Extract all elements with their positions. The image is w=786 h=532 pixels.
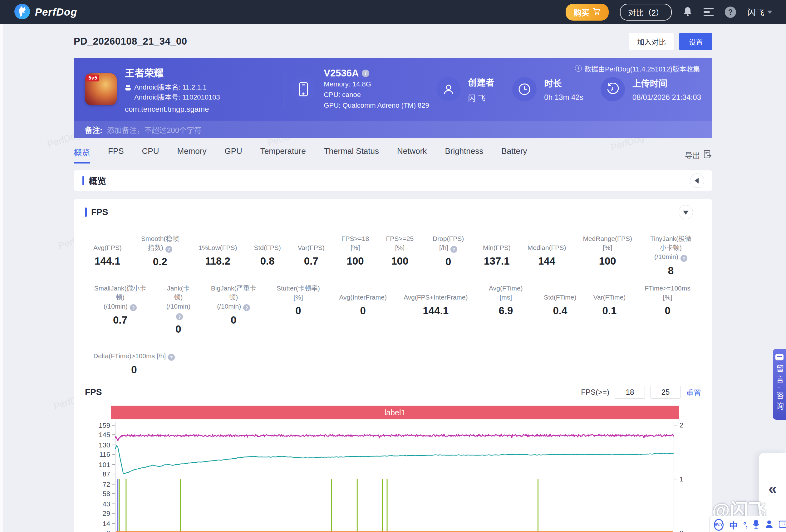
stat-label: Var(FPS) [298, 234, 325, 252]
device-cpu: CPU: canoe [324, 90, 429, 100]
microphone-icon[interactable] [753, 519, 760, 530]
stat-label: Std(FTime) [544, 284, 576, 302]
tab-Temperature[interactable]: Temperature [260, 146, 306, 164]
svg-text:159: 159 [99, 421, 110, 429]
stat-value: 0.7 [113, 314, 128, 326]
stat-label: Var(FTime) [593, 284, 626, 302]
keyboard-icon[interactable] [779, 521, 786, 529]
duration-info: 时长 0h 13m 42s [512, 77, 600, 102]
stat-label: Avg(FPS+InterFrame) [403, 284, 468, 302]
help-icon[interactable]: ? [176, 313, 183, 320]
svg-text:116: 116 [99, 451, 110, 458]
fps-stats-row-1: Avg(FPS)144.1Smooth(稳帧指数)?0.21%Low(FPS)1… [85, 234, 701, 277]
help-icon[interactable]: ? [168, 354, 175, 361]
stat-label: BigJank(严重卡顿)(/10min)? [210, 284, 257, 311]
stat-FPS>=25 [%]: FPS>=25 [%]100 [377, 234, 422, 277]
chart-label-banner[interactable]: label1 [111, 406, 679, 419]
duration-value: 0h 13m 42s [544, 93, 583, 102]
menu-icon[interactable] [703, 8, 714, 16]
android-version-name: Android版本名: 11.2.1.1 [134, 82, 220, 92]
help-icon[interactable]: ? [450, 246, 457, 253]
stat-value: 0.1 [602, 305, 617, 317]
device-memory: Memory: 14.8G [324, 79, 429, 90]
tab-FPS[interactable]: FPS [108, 146, 124, 164]
svg-text:0: 0 [107, 529, 110, 532]
stat-SmallJank(微小卡顿): SmallJank(微小卡顿)(/10min)?0.7 [85, 284, 156, 335]
bell-icon[interactable] [683, 6, 692, 18]
stat-value: 144.1 [95, 255, 120, 267]
stat-label: Smooth(稳帧指数)? [139, 234, 182, 253]
stat-label: FPS>=25 [%] [386, 234, 414, 252]
svg-text:0: 0 [679, 529, 683, 532]
export-button[interactable]: 导出 [685, 149, 712, 161]
buy-button[interactable]: 购买 [565, 4, 609, 21]
overview-title: 概览 [89, 174, 106, 187]
fps-threshold-input-1[interactable] [615, 386, 645, 399]
stat-Std(FPS): Std(FPS)0.8 [245, 234, 289, 277]
stat-Avg(FTime) [ms]: Avg(FTime) [ms]6.9 [476, 284, 536, 335]
svg-text:43: 43 [103, 500, 110, 508]
settings-button[interactable]: 设置 [679, 33, 712, 50]
stat-1%Low(FPS): 1%Low(FPS)118.2 [190, 234, 246, 277]
tab-Battery[interactable]: Battery [501, 146, 527, 164]
device-info-icon[interactable]: i [362, 70, 369, 77]
reset-link[interactable]: 重置 [686, 387, 701, 398]
brand[interactable]: PerfDog [14, 3, 77, 21]
help-icon[interactable]: ? [130, 304, 137, 311]
topbar: PerfDog 购买 对比（2） ? 闪飞 [0, 0, 786, 24]
tab-GPU[interactable]: GPU [225, 146, 242, 164]
overview-collapse-button[interactable] [690, 173, 704, 188]
stat-TinyJank(极微小卡顿): TinyJank(极微小卡顿)(/10min)?8 [641, 234, 701, 277]
stat-label: FTime>=100ms [%] [642, 284, 693, 302]
ime-toolbar[interactable]: iFLY 中 °, [709, 516, 786, 532]
stat-value: 0.8 [260, 255, 275, 267]
creator-info: 创建者 闪 飞 [436, 76, 512, 103]
fps-collapse-button[interactable] [679, 205, 693, 219]
stat-value: 0 [445, 256, 451, 268]
feedback-label: 留言·咨询 [774, 365, 785, 413]
user-menu[interactable]: 闪飞 [747, 6, 772, 18]
feedback-tab[interactable]: 留言·咨询 [773, 349, 786, 420]
phone-icon [291, 77, 316, 101]
tab-概览[interactable]: 概览 [74, 146, 90, 164]
game-badge: 5v5 [86, 75, 99, 81]
person-icon[interactable] [765, 520, 773, 530]
ime-language-toggle[interactable]: 中 [729, 519, 738, 531]
stat-label: MedRange(FPS)[%] [583, 234, 632, 252]
ime-punctuation-toggle[interactable]: °, [743, 521, 747, 529]
tab-CPU[interactable]: CPU [142, 146, 159, 164]
help-icon[interactable]: ? [725, 6, 736, 18]
note-input[interactable]: 备注: 添加备注，不超过200个字符 [74, 121, 712, 138]
buy-label: 购买 [574, 6, 590, 18]
android-icon [125, 84, 131, 93]
help-icon[interactable]: ? [165, 246, 172, 253]
fps-threshold-input-2[interactable] [650, 386, 680, 399]
export-label: 导出 [685, 149, 700, 161]
stat-value: 144.1 [423, 305, 448, 317]
fps-stats-row-2: SmallJank(微小卡顿)(/10min)?0.7Jank(卡顿)(/10m… [85, 284, 701, 335]
perfdog-logo-icon [14, 3, 30, 21]
collapse-chevrons-icon[interactable]: « [768, 480, 777, 497]
add-to-compare-button[interactable]: 加入对比 [629, 33, 674, 50]
stat-label: Avg(InterFrame) [339, 284, 387, 302]
help-icon[interactable]: ? [243, 304, 250, 311]
tab-Network[interactable]: Network [397, 146, 427, 164]
tab-Thermal Status[interactable]: Thermal Status [324, 146, 379, 164]
tab-Memory[interactable]: Memory [177, 146, 207, 164]
help-icon[interactable]: ? [680, 255, 687, 262]
tab-Brightness[interactable]: Brightness [445, 146, 483, 164]
stat-label: Delta(FTime)>100ms [/h]? [93, 343, 175, 361]
ime-logo[interactable]: iFLY [714, 519, 723, 531]
clock-icon [512, 77, 537, 101]
device-gpu: GPU: Qualcomm Adreno (TM) 829 [324, 100, 429, 111]
compare-button[interactable]: 对比（2） [620, 4, 672, 21]
chart-plot-area[interactable]: 159145130116101877258432914021000:0000:4… [93, 419, 693, 532]
cart-icon [593, 7, 601, 17]
section-accent-bar [83, 176, 84, 185]
upload-info: 上传时间 08/01/2026 21:34:03 [601, 77, 701, 102]
stat-value: 0.4 [553, 305, 567, 317]
stat-value: 137.1 [484, 255, 510, 267]
upload-label: 上传时间 [632, 77, 701, 89]
stat-Std(FTime): Std(FTime)0.4 [535, 284, 585, 335]
stat-Avg(InterFrame): Avg(InterFrame)0 [330, 284, 395, 335]
